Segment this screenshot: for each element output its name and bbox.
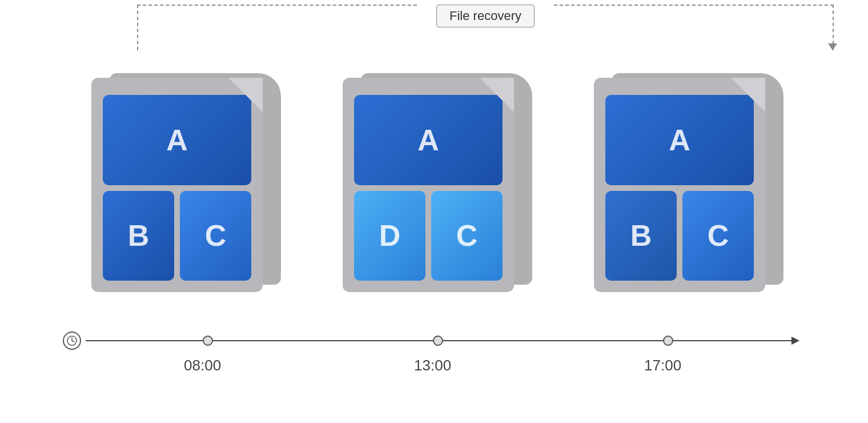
tile-B-3: B — [605, 191, 677, 281]
recovery-annotation: File recovery — [137, 5, 834, 67]
doc-2-main: A D C — [343, 78, 514, 292]
timeline-clock-icon — [63, 332, 81, 350]
documents-row: A B C A D C A B — [91, 78, 777, 301]
doc-3-tiles: A B C — [605, 95, 754, 281]
doc-1-tiles: A B C — [103, 95, 251, 281]
document-2: A D C — [343, 78, 525, 301]
timeline-dot-1 — [203, 336, 213, 346]
tile-C-1: C — [180, 191, 251, 281]
tile-A-1: A — [103, 95, 251, 185]
doc-1-main: A B C — [91, 78, 263, 292]
timeline-dot-3 — [663, 336, 673, 346]
timeline-dot-2 — [433, 336, 443, 346]
tile-A-2: A — [354, 95, 503, 185]
recovery-label: File recovery — [436, 5, 535, 27]
time-label-3: 17:00 — [644, 357, 681, 374]
tile-C-2: C — [431, 191, 503, 281]
svg-line-2 — [72, 341, 74, 342]
document-1: A B C — [91, 78, 274, 301]
doc-3-main: A B C — [594, 78, 765, 292]
clock-svg — [67, 336, 77, 346]
time-label-2: 13:00 — [414, 357, 451, 374]
timeline-arrow-icon — [791, 337, 799, 345]
timeline-track — [63, 329, 805, 352]
time-label-1: 08:00 — [184, 357, 221, 374]
tile-A-3: A — [605, 95, 754, 185]
timeline-section: 08:00 13:00 17:00 — [63, 329, 805, 380]
tile-B-1: B — [103, 191, 174, 281]
tile-D-2: D — [354, 191, 425, 281]
tile-C-3: C — [682, 191, 754, 281]
document-3: A B C — [594, 78, 777, 301]
scene: File recovery A B C A D — [0, 0, 868, 423]
doc-2-tiles: A D C — [354, 95, 503, 281]
timeline-labels: 08:00 13:00 17:00 — [63, 357, 805, 380]
